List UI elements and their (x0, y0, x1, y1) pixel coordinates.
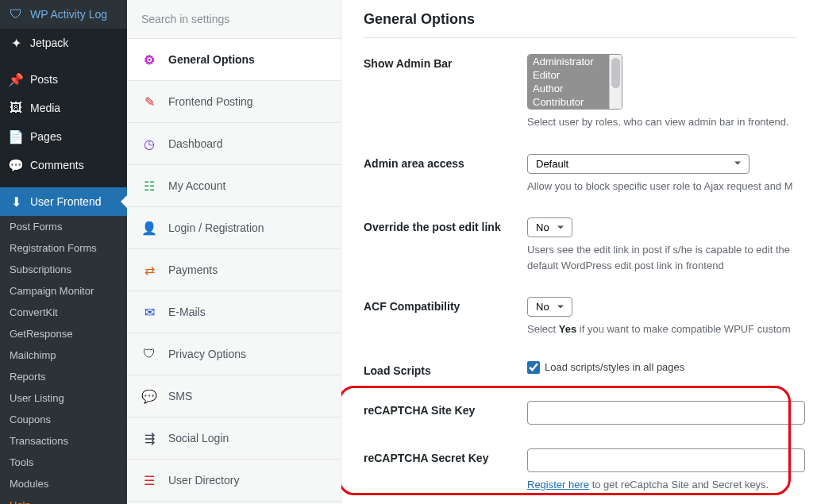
acf-select[interactable]: No (527, 297, 572, 317)
recaptcha-site-input[interactable] (527, 401, 805, 425)
admin-bar-label: Show Admin Bar (364, 54, 527, 70)
settings-tab-general-options[interactable]: ⚙General Options (127, 39, 341, 81)
menu-comments[interactable]: 💬Comments (0, 151, 127, 179)
submenu-mailchimp[interactable]: Mailchimp (0, 344, 127, 366)
settings-tab-label: E-Mails (168, 306, 206, 318)
sms-icon: 💬 (141, 388, 157, 404)
submenu-getresponse[interactable]: GetResponse (0, 323, 127, 344)
directory-icon: ☰ (141, 472, 157, 488)
settings-tab-privacy-options[interactable]: 🛡Privacy Options (127, 333, 341, 375)
menu-wp-activity-log[interactable]: 🛡WP Activity Log (0, 0, 127, 29)
shield-icon: 🛡 (8, 6, 24, 22)
comments-icon: 💬 (8, 157, 24, 173)
account-icon: ☷ (141, 178, 157, 194)
submenu-modules[interactable]: Modules (0, 473, 127, 494)
admin-access-select[interactable]: Default (527, 154, 749, 174)
settings-tab-login-registration[interactable]: 👤Login / Registration (127, 207, 341, 249)
submenu-user-listing[interactable]: User Listing (0, 387, 127, 409)
general-icon: ⚙ (141, 52, 157, 67)
override-edit-help: Users see the edit link in post if s/he … (527, 242, 813, 273)
submenu-post-forms[interactable]: Post Forms (0, 216, 127, 237)
settings-tab-sms[interactable]: 💬SMS (127, 375, 341, 417)
recaptcha-site-label: reCAPTCHA Site Key (364, 401, 527, 417)
recaptcha-secret-label: reCAPTCHA Secret Key (364, 448, 527, 464)
pages-icon: 📄 (8, 129, 24, 144)
admin-access-label: Admin area access (364, 154, 527, 170)
settings-tab-frontend-posting[interactable]: ✎Frontend Posting (127, 81, 341, 123)
submenu-registration-forms[interactable]: Registration Forms (0, 237, 127, 259)
settings-tab-label: SMS (168, 390, 192, 402)
submenu-coupons[interactable]: Coupons (0, 409, 127, 430)
payments-icon: ⇄ (141, 262, 157, 278)
menu-pages[interactable]: 📄Pages (0, 122, 127, 151)
submenu-help[interactable]: Help (0, 494, 127, 504)
submenu-convertkit[interactable]: ConvertKit (0, 302, 127, 323)
submenu-reports[interactable]: Reports (0, 366, 127, 387)
wp-submenu: Post Forms Registration Forms Subscripti… (0, 216, 127, 504)
login-icon: 👤 (141, 220, 157, 236)
settings-tab-social-login[interactable]: ⇶Social Login (127, 417, 341, 460)
settings-panel: General Options Show Admin Bar Administr… (341, 0, 813, 504)
settings-tab-label: Login / Registration (168, 221, 264, 234)
submenu-subscriptions[interactable]: Subscriptions (0, 259, 127, 280)
settings-tab-label: General Options (168, 53, 255, 66)
load-scripts-label: Load Scripts (364, 361, 527, 377)
recaptcha-secret-input[interactable] (527, 448, 805, 472)
menu-posts[interactable]: 📌Posts (0, 65, 127, 94)
jetpack-icon: ✦ (8, 35, 24, 51)
frontend-icon: ✎ (141, 94, 157, 110)
override-edit-select[interactable]: No (527, 217, 572, 237)
role-select-scrollbar[interactable] (609, 55, 622, 109)
settings-tab-payments[interactable]: ⇄Payments (127, 249, 341, 291)
settings-tab-label: Dashboard (168, 137, 223, 150)
settings-tab-label: User Directory (168, 474, 239, 487)
admin-bar-help: Select user by roles, who can view admin… (527, 114, 813, 130)
settings-tab-label: Frontend Posting (168, 95, 253, 108)
emails-icon: ✉ (141, 304, 157, 320)
wp-admin-sidebar: 🛡WP Activity Log ✦Jetpack 📌Posts 🖼Media … (0, 0, 127, 504)
settings-tab-label: My Account (168, 179, 225, 192)
settings-search-input[interactable]: Search in settings (127, 0, 341, 39)
recaptcha-help: Register here to get reCaptcha Site and … (527, 477, 813, 493)
privacy-icon: 🛡 (141, 346, 157, 362)
load-scripts-checkbox[interactable] (527, 361, 540, 374)
settings-tab-label: Privacy Options (168, 348, 246, 360)
pin-icon: 📌 (8, 71, 24, 87)
menu-jetpack[interactable]: ✦Jetpack (0, 29, 127, 57)
settings-tab-my-account[interactable]: ☷My Account (127, 165, 341, 207)
override-edit-label: Override the post edit link (364, 217, 527, 233)
settings-tab-label: Payments (168, 264, 218, 276)
dashboard-icon: ◷ (141, 136, 157, 152)
submenu-tools[interactable]: Tools (0, 452, 127, 473)
user-frontend-icon: ⬇ (8, 194, 24, 210)
settings-tab-dashboard[interactable]: ◷Dashboard (127, 123, 341, 165)
menu-media[interactable]: 🖼Media (0, 94, 127, 122)
social-icon: ⇶ (141, 430, 157, 446)
recaptcha-register-link[interactable]: Register here (527, 479, 589, 491)
settings-tabs-sidebar: Search in settings ⚙General Options✎Fron… (127, 0, 341, 504)
submenu-transactions[interactable]: Transactions (0, 430, 127, 452)
acf-label: ACF Compatibility (364, 297, 527, 313)
submenu-campaign-monitor[interactable]: Campaign Monitor (0, 280, 127, 302)
acf-help: Select Yes if you want to make compatibl… (527, 321, 813, 337)
page-title: General Options (364, 11, 797, 38)
menu-user-frontend[interactable]: ⬇User Frontend (0, 187, 127, 216)
admin-bar-role-select[interactable]: Administrator Editor Author Contributor (527, 54, 622, 110)
settings-tab-user-directory[interactable]: ☰User Directory (127, 460, 341, 502)
media-icon: 🖼 (8, 100, 24, 116)
admin-access-help: Allow you to block specific user role to… (527, 179, 813, 194)
settings-tab-label: Social Login (168, 432, 229, 444)
settings-tab-e-mails[interactable]: ✉E-Mails (127, 291, 341, 333)
